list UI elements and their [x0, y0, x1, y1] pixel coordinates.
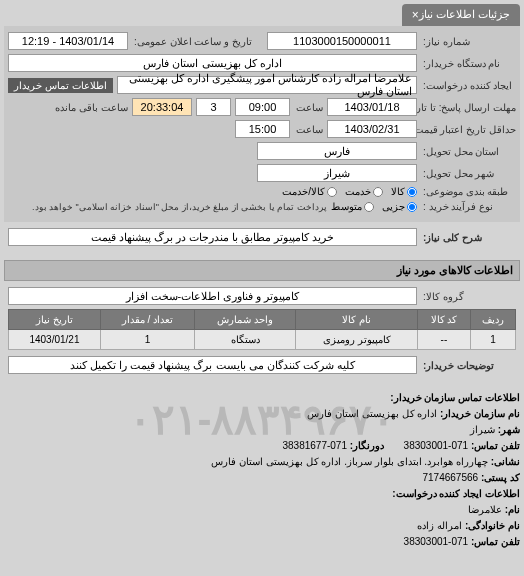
th-row: ردیف — [470, 310, 515, 330]
general-desc-label: شرح کلی نیاز: — [421, 232, 516, 243]
cell-unit: دستگاه — [194, 330, 295, 350]
category-radio-group: کالا خدمت کالا/خدمت — [282, 186, 417, 197]
creator-label: ایجاد کننده درخواست: — [421, 80, 516, 91]
close-icon[interactable]: × — [412, 8, 419, 22]
price-until-hour-field: 15:00 — [235, 120, 290, 138]
th-date: تاریخ نیاز — [9, 310, 101, 330]
public-datetime-label: تاریخ و ساعت اعلان عمومی: — [132, 36, 252, 47]
price-until-hour-label: ساعت — [294, 124, 323, 135]
radio-service[interactable]: خدمت — [345, 186, 383, 197]
contact-button[interactable]: اطلاعات تماس خریدار — [8, 78, 113, 93]
remaining-days-field: 3 — [196, 98, 231, 116]
table-row: 1 -- کامپیوتر رومیزی دستگاه 1 1403/01/21 — [9, 330, 516, 350]
request-number-label: شماره نیاز: — [421, 36, 516, 47]
deadline-hour-label: ساعت — [294, 102, 323, 113]
province-field: فارس — [257, 142, 417, 160]
deadline-hour-field: 09:00 — [235, 98, 290, 116]
city-field: شیراز — [257, 164, 417, 182]
purchase-type-label: نوع فرآیند خرید : — [421, 201, 516, 212]
creator-contact-title: اطلاعات ایجاد کننده درخواست: — [392, 488, 520, 499]
buyer-org-label: نام دستگاه خریدار: — [421, 58, 516, 69]
general-desc-field: خرید کامپیوتر مطابق با مندرجات در برگ پی… — [8, 228, 417, 246]
th-unit: واحد شمارش — [194, 310, 295, 330]
buyer-contact-info: اطلاعات تماس سازمان خریدار: نام سازمان خ… — [4, 390, 520, 550]
buyer-notes-label: توضیحات خریدار: — [421, 360, 516, 371]
cell-qty: 1 — [100, 330, 194, 350]
price-until-date-field: 1403/02/31 — [327, 120, 417, 138]
city-label: شهر محل تحویل: — [421, 168, 516, 179]
goods-group-field: کامپیوتر و فناوری اطلاعات-سخت افزار — [8, 287, 417, 305]
deadline-date-field: 1403/01/18 — [327, 98, 417, 116]
price-until-label: حداقل تاریخ اعتبار قیمت: تا تاریخ: — [421, 124, 516, 135]
remaining-label: ساعت باقی مانده — [53, 102, 128, 113]
radio-kala[interactable]: کالا — [391, 186, 417, 197]
radio-medium[interactable]: متوسط — [331, 201, 374, 212]
radio-small[interactable]: جزیی — [382, 201, 417, 212]
province-label: استان محل تحویل: — [421, 146, 516, 157]
th-name: نام کالا — [296, 310, 417, 330]
buyer-notes-field: کلیه شرکت کنندگان می بایست برگ پیشنهاد ق… — [8, 356, 417, 374]
contact-title: اطلاعات تماس سازمان خریدار: — [390, 392, 520, 403]
tab-title: جزئیات اطلاعات نیاز — [419, 8, 510, 20]
category-label: طبقه بندی موضوعی: — [421, 186, 516, 197]
request-number-field: 1103000150000011 — [267, 32, 417, 50]
goods-group-label: گروه کالا: — [421, 291, 516, 302]
goods-table: ردیف کد کالا نام کالا واحد شمارش تعداد /… — [8, 309, 516, 350]
tab-header: جزئیات اطلاعات نیاز × — [402, 4, 520, 26]
deadline-label: مهلت ارسال پاسخ: تا تاریخ: — [421, 102, 516, 113]
goods-info-title: اطلاعات کالاهای مورد نیاز — [4, 260, 520, 281]
cell-code: -- — [417, 330, 470, 350]
purchase-radio-group: جزیی متوسط — [331, 201, 417, 212]
cell-row: 1 — [470, 330, 515, 350]
th-qty: تعداد / مقدار — [100, 310, 194, 330]
cell-name: کامپیوتر رومیزی — [296, 330, 417, 350]
cell-date: 1403/01/21 — [9, 330, 101, 350]
buyer-org-field: اداره کل بهزیستی استان فارس — [8, 54, 417, 72]
public-datetime-field: 1403/01/14 - 12:19 — [8, 32, 128, 50]
purchase-note: پرداخت تمام یا بخشی از مبلغ خرید،از محل … — [30, 202, 327, 212]
radio-both[interactable]: کالا/خدمت — [282, 186, 337, 197]
remaining-time-field: 20:33:04 — [132, 98, 192, 116]
creator-field: علامرضا امراله زاده کارشناس امور پیشگیری… — [117, 76, 417, 94]
th-code: کد کالا — [417, 310, 470, 330]
